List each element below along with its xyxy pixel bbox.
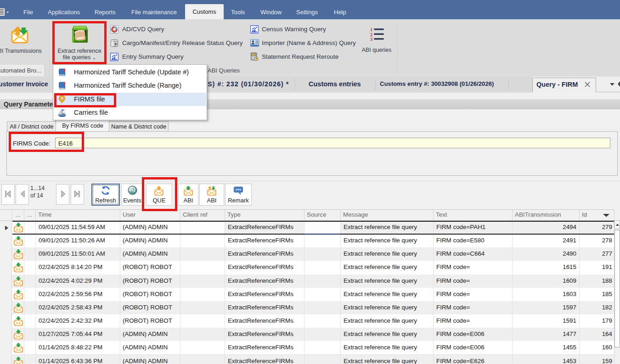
svg-text:1: 1 [370,27,372,32]
svg-text:3: 3 [370,37,372,41]
svg-text:2: 2 [370,32,372,37]
